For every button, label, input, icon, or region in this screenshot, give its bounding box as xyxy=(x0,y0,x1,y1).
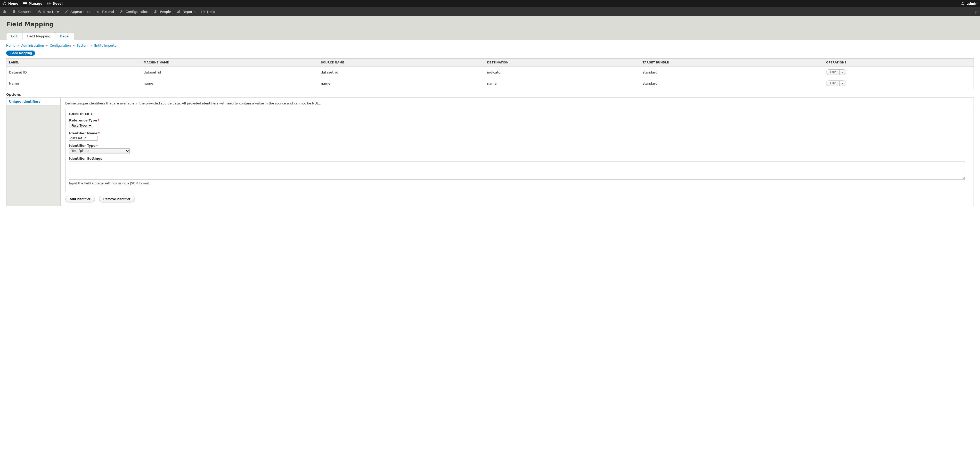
content-region: Home » Administration » Configuration » … xyxy=(0,40,980,210)
menu-configuration[interactable]: Configuration xyxy=(120,10,148,14)
menu-reports[interactable]: Reports xyxy=(177,10,196,14)
user-menu[interactable]: admin xyxy=(961,2,977,6)
add-mapping-button[interactable]: + Add mapping xyxy=(6,51,35,56)
menu-people[interactable]: People xyxy=(154,10,171,14)
svg-rect-8 xyxy=(177,11,178,13)
options-description: Define unique identifiers that are avail… xyxy=(65,101,969,105)
identifier-type-label-text: Identifier Type xyxy=(69,144,95,148)
chevron-down-icon xyxy=(842,83,844,84)
crumb-administration[interactable]: Administration xyxy=(21,44,44,48)
reference-type-select[interactable]: Field Type xyxy=(69,123,92,128)
crumb-home[interactable]: Home xyxy=(6,44,15,48)
identifier-settings-textarea[interactable] xyxy=(69,161,965,180)
cell-source-name: dataset_id xyxy=(318,67,485,78)
cell-operations: Edit xyxy=(824,78,974,89)
plus-icon: + xyxy=(9,51,11,55)
menu-extend[interactable]: Extend xyxy=(96,10,114,14)
menu-appearance[interactable]: Appearance xyxy=(64,10,91,14)
identifier-type-row: Identifier Type* Text (plain) xyxy=(69,144,965,153)
chevron-down-icon xyxy=(842,72,844,73)
edit-button[interactable]: Edit xyxy=(826,81,840,86)
add-identifier-button[interactable]: Add Identifier xyxy=(65,196,95,202)
identifier-fieldset: Identifier 1 Reference Type* Field Type … xyxy=(65,109,969,192)
th-source-name: Source Name xyxy=(318,59,485,67)
svg-rect-5 xyxy=(40,12,41,13)
breadcrumb: Home » Administration » Configuration » … xyxy=(6,44,974,48)
identifier-name-input[interactable] xyxy=(69,136,97,140)
sidebar-item-unique-identifiers[interactable]: Unique Identifiers xyxy=(6,98,60,106)
th-machine-name: Machine Name xyxy=(141,59,318,67)
th-target-bundle: Target Bundle xyxy=(640,59,824,67)
hamburger-icon xyxy=(23,2,27,6)
drupal-icon xyxy=(3,10,7,14)
add-mapping-label: Add mapping xyxy=(12,51,32,55)
crumb-configuration[interactable]: Configuration xyxy=(50,44,71,48)
cell-target-bundle: standard xyxy=(640,67,824,78)
remove-identifier-button[interactable]: Remove Identifier xyxy=(99,196,135,202)
identifier-type-select[interactable]: Text (plain) xyxy=(69,148,130,153)
identifier-name-label-text: Identifier Name xyxy=(69,131,97,135)
identifier-title: Identifier 1 xyxy=(69,112,965,116)
cell-target-bundle: standard xyxy=(640,78,824,89)
edit-button[interactable]: Edit xyxy=(826,70,840,75)
configuration-label: Configuration xyxy=(126,10,148,14)
appearance-label: Appearance xyxy=(70,10,91,14)
crumb-sep: » xyxy=(73,44,75,48)
tray-toggle-icon[interactable]: |← xyxy=(975,10,979,14)
table-row: NamenamenamenamestandardEdit xyxy=(6,78,974,89)
th-label: Label xyxy=(6,59,141,67)
appearance-icon xyxy=(64,10,68,14)
identifier-settings-label: Identifier Settings xyxy=(69,156,965,161)
structure-icon xyxy=(37,10,41,14)
tab-devel[interactable]: Devel xyxy=(55,32,74,40)
menu-help[interactable]: ? Help xyxy=(201,10,215,14)
identifier-settings-row: Identifier Settings Input the field stor… xyxy=(69,156,965,185)
extend-label: Extend xyxy=(102,10,114,14)
extend-icon xyxy=(96,10,100,14)
primary-tabs: Edit Field Mapping Devel xyxy=(6,32,974,40)
cell-machine-name: dataset_id xyxy=(141,67,318,78)
menu-drupal[interactable] xyxy=(3,10,7,14)
cell-destination: name xyxy=(485,78,640,89)
svg-point-6 xyxy=(155,10,156,11)
cell-label: Name xyxy=(6,78,141,89)
wrench-icon xyxy=(120,10,124,14)
operations-dropbutton: Edit xyxy=(826,80,846,86)
devel-menu[interactable]: Devel xyxy=(47,2,62,6)
svg-point-7 xyxy=(156,10,158,11)
cell-label: Dataset ID xyxy=(6,67,141,78)
reference-type-label: Reference Type* xyxy=(69,118,965,122)
dropbutton-toggle[interactable] xyxy=(840,81,846,86)
options-content: Define unique identifiers that are avail… xyxy=(60,98,974,206)
dropbutton-toggle[interactable] xyxy=(840,70,846,75)
back-to-site[interactable]: Home xyxy=(3,2,18,6)
page-header: Field Mapping Edit Field Mapping Devel xyxy=(0,16,980,40)
gear-icon xyxy=(47,2,51,6)
svg-rect-4 xyxy=(38,12,39,13)
user-icon xyxy=(961,2,965,6)
admin-menu: Content Structure Appearance Extend Conf… xyxy=(0,7,980,16)
reports-label: Reports xyxy=(183,10,196,14)
tab-field-mapping[interactable]: Field Mapping xyxy=(22,32,55,40)
manage-menu[interactable]: Manage xyxy=(23,2,42,6)
options-panel: Unique Identifiers Define unique identif… xyxy=(6,97,974,206)
toolbar-left: Home Manage Devel xyxy=(3,2,63,6)
cell-machine-name: name xyxy=(141,78,318,89)
required-marker: * xyxy=(97,118,99,122)
devel-label: Devel xyxy=(52,2,62,5)
svg-point-0 xyxy=(3,2,6,5)
required-marker: * xyxy=(98,131,100,135)
cell-destination: indicator xyxy=(485,67,640,78)
admin-toolbar-top: Home Manage Devel admin xyxy=(0,0,980,7)
page-title: Field Mapping xyxy=(6,21,974,28)
svg-rect-10 xyxy=(180,10,180,13)
svg-point-2 xyxy=(962,2,964,3)
identifier-type-label: Identifier Type* xyxy=(69,144,965,148)
menu-content[interactable]: Content xyxy=(13,10,32,14)
menu-structure[interactable]: Structure xyxy=(37,10,59,14)
content-label: Content xyxy=(18,10,32,14)
tab-edit[interactable]: Edit xyxy=(6,32,22,40)
crumb-sep: » xyxy=(90,44,92,48)
crumb-entity-importer[interactable]: Entity Importer xyxy=(94,44,118,48)
crumb-system[interactable]: System xyxy=(77,44,89,48)
